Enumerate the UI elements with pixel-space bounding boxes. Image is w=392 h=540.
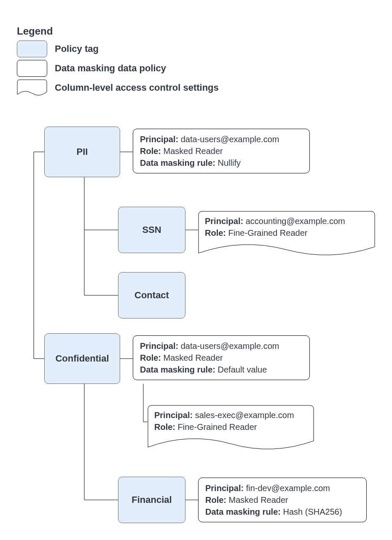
access-ssn: Principal: accounting@example.com Role: …: [198, 211, 375, 259]
label-principal: Principal:: [154, 410, 193, 420]
tag-pii: PII: [44, 127, 120, 177]
policy-financial: Principal: fin-dev@example.com Role: Mas…: [198, 478, 367, 522]
conf-rule: Default value: [218, 365, 267, 374]
label-rule: Data masking rule:: [140, 158, 215, 167]
label-rule: Data masking rule:: [205, 507, 281, 516]
tag-confidential: Confidential: [44, 333, 120, 384]
conf-role: Masked Reader: [164, 353, 223, 362]
fin-role: Masked Reader: [229, 495, 288, 505]
pii-rule: Nullify: [218, 158, 241, 167]
label-role: Role:: [205, 228, 226, 238]
access-confidential: Principal: sales-exec@example.com Role: …: [148, 405, 314, 454]
label-role: Role:: [140, 353, 161, 362]
ssn-principal: accounting@example.com: [246, 216, 345, 226]
diagram: PII Principal: data-users@example.com Ro…: [0, 0, 392, 540]
tag-contact: Contact: [118, 272, 185, 319]
tag-confidential-label: Confidential: [55, 353, 109, 364]
fin-principal: fin-dev@example.com: [246, 483, 330, 493]
connector-lines: [0, 0, 392, 540]
conf-access-role: Fine-Grained Reader: [178, 422, 257, 432]
pii-role: Masked Reader: [164, 146, 223, 156]
policy-pii: Principal: data-users@example.com Role: …: [133, 129, 310, 173]
label-principal: Principal:: [205, 216, 243, 226]
label-principal: Principal:: [205, 483, 244, 493]
conf-access-principal: sales-exec@example.com: [195, 410, 294, 420]
label-role: Role:: [154, 422, 175, 432]
tag-pii-label: PII: [77, 146, 88, 157]
tag-ssn-label: SSN: [142, 224, 161, 235]
ssn-role: Fine-Grained Reader: [228, 228, 308, 238]
label-role: Role:: [205, 495, 226, 505]
pii-principal: data-users@example.com: [181, 135, 279, 144]
policy-confidential: Principal: data-users@example.com Role: …: [133, 335, 310, 380]
label-rule: Data masking rule:: [140, 365, 215, 374]
label-principal: Principal:: [140, 341, 178, 351]
fin-rule: Hash (SHA256): [283, 507, 342, 516]
tag-financial-label: Financial: [132, 494, 172, 505]
label-principal: Principal:: [140, 135, 178, 144]
tag-ssn: SSN: [118, 207, 185, 253]
tag-financial: Financial: [118, 477, 185, 523]
conf-principal: data-users@example.com: [181, 341, 279, 351]
tag-contact-label: Contact: [134, 290, 169, 301]
label-role: Role:: [140, 146, 161, 156]
